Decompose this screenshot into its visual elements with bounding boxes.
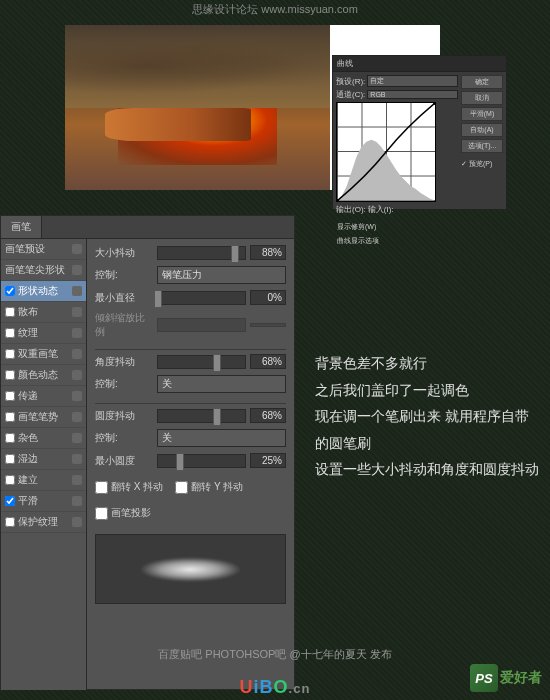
brush-option-8[interactable]: 画笔笔势 [1, 407, 86, 428]
instruction-line-1: 背景色差不多就行 [315, 350, 540, 377]
instructions-text: 背景色差不多就行 之后我们盖印了一起调色 现在调一个笔刷出来 就用程序自带的圆笔… [315, 350, 540, 483]
control2-label: 控制: [95, 377, 153, 391]
auto-button[interactable]: 自动(A) [461, 123, 503, 137]
lock-icon[interactable] [72, 391, 82, 401]
brush-option-7[interactable]: 传递 [1, 386, 86, 407]
brush-option-4[interactable]: 纹理 [1, 323, 86, 344]
lock-icon[interactable] [72, 517, 82, 527]
size-jitter-slider[interactable] [157, 246, 246, 260]
control2-select[interactable]: 关 [157, 375, 286, 393]
curves-dialog: 曲线 预设(R): 自定 通道(C): RGB [332, 55, 507, 210]
flip-x-check[interactable]: 翻转 X 抖动 [95, 480, 163, 494]
curve-display-opts[interactable]: 曲线显示选项 [337, 236, 379, 246]
input-label: 输入(I): [368, 204, 394, 215]
brush-option-2[interactable]: 形状动态 [1, 281, 86, 302]
smooth-button[interactable]: 平滑(M) [461, 107, 503, 121]
ps-logo: PS 爱好者 [470, 664, 542, 692]
lock-icon[interactable] [72, 412, 82, 422]
instruction-line-4: 设置一些大小抖动和角度和圆度抖动 [315, 456, 540, 483]
brush-preview [95, 534, 286, 604]
watermark-site: 思缘设计论坛 [192, 3, 258, 15]
show-clip[interactable]: 显示修剪(W) [337, 222, 376, 232]
brush-tabs: 画笔 [1, 216, 294, 239]
brush-option-1[interactable]: 画笔笔尖形状 [1, 260, 86, 281]
brush-panel: 画笔 画笔预设画笔笔尖形状形状动态散布纹理双重画笔颜色动态传递画笔笔势杂色湿边建… [0, 215, 295, 690]
preset-select[interactable]: 自定 [367, 75, 458, 87]
output-label: 输出(O): [336, 204, 366, 215]
brush-proj-check[interactable]: 画笔投影 [95, 506, 151, 520]
lock-icon[interactable] [72, 433, 82, 443]
min-round-value[interactable]: 25% [250, 453, 286, 468]
brush-option-13[interactable]: 保护纹理 [1, 512, 86, 533]
brush-option-9[interactable]: 杂色 [1, 428, 86, 449]
size-jitter-label: 大小抖动 [95, 246, 153, 260]
flip-y-check[interactable]: 翻转 Y 抖动 [175, 480, 243, 494]
control3-label: 控制: [95, 431, 153, 445]
curves-graph[interactable] [336, 102, 436, 202]
lock-icon[interactable] [72, 454, 82, 464]
brush-settings: 大小抖动 88% 控制: 钢笔压力 最小直径 0% 倾斜缩放比例 角度抖动 [87, 239, 294, 690]
tilt-scale-label: 倾斜缩放比例 [95, 311, 153, 339]
instruction-line-3: 现在调一个笔刷出来 就用程序自带的圆笔刷 [315, 403, 540, 456]
brush-option-3[interactable]: 散布 [1, 302, 86, 323]
lock-icon[interactable] [72, 496, 82, 506]
lock-icon[interactable] [72, 328, 82, 338]
control1-select[interactable]: 钢笔压力 [157, 266, 286, 284]
cancel-button[interactable]: 取消 [461, 91, 503, 105]
angle-jitter-slider[interactable] [157, 355, 246, 369]
brush-tab[interactable]: 画笔 [1, 216, 42, 238]
control3-select[interactable]: 关 [157, 429, 286, 447]
lock-icon[interactable] [72, 286, 82, 296]
angle-jitter-label: 角度抖动 [95, 355, 153, 369]
tilt-scale-value [250, 323, 286, 327]
min-diameter-slider[interactable] [157, 291, 246, 305]
lock-icon[interactable] [72, 307, 82, 317]
round-jitter-slider[interactable] [157, 409, 246, 423]
lock-icon[interactable] [72, 265, 82, 275]
brush-options-list: 画笔预设画笔笔尖形状形状动态散布纹理双重画笔颜色动态传递画笔笔势杂色湿边建立平滑… [1, 239, 87, 690]
footer-credit: 百度贴吧 PHOTOHSOP吧 @十七年的夏天 发布 [158, 647, 391, 662]
top-watermark: 思缘设计论坛 www.missyuan.com [192, 2, 358, 17]
round-jitter-value[interactable]: 68% [250, 408, 286, 423]
curves-title: 曲线 [333, 56, 506, 72]
ok-button[interactable]: 确定 [461, 75, 503, 89]
uibo-watermark: UiBO.cn [240, 677, 311, 698]
ps-badge: PS [470, 664, 498, 692]
options-button[interactable]: 选项(T)... [461, 139, 503, 153]
angle-jitter-value[interactable]: 68% [250, 354, 286, 369]
min-round-label: 最小圆度 [95, 454, 153, 468]
instruction-line-2: 之后我们盖印了一起调色 [315, 377, 540, 404]
preview-check[interactable]: ✓ 预览(P) [461, 159, 503, 169]
min-diameter-value[interactable]: 0% [250, 290, 286, 305]
brush-option-10[interactable]: 湿边 [1, 449, 86, 470]
min-round-slider[interactable] [157, 454, 246, 468]
brush-option-11[interactable]: 建立 [1, 470, 86, 491]
lock-icon[interactable] [72, 244, 82, 254]
lock-icon[interactable] [72, 370, 82, 380]
brush-option-0[interactable]: 画笔预设 [1, 239, 86, 260]
min-diameter-label: 最小直径 [95, 291, 153, 305]
preset-label: 预设(R): [336, 76, 365, 87]
brush-option-5[interactable]: 双重画笔 [1, 344, 86, 365]
lock-icon[interactable] [72, 475, 82, 485]
brush-option-6[interactable]: 颜色动态 [1, 365, 86, 386]
watermark-url: www.missyuan.com [261, 3, 358, 15]
ps-text: 爱好者 [500, 669, 542, 687]
control1-label: 控制: [95, 268, 153, 282]
round-jitter-label: 圆度抖动 [95, 409, 153, 423]
channel-label: 通道(C): [336, 89, 365, 100]
brush-option-12[interactable]: 平滑 [1, 491, 86, 512]
size-jitter-value[interactable]: 88% [250, 245, 286, 260]
channel-select[interactable]: RGB [367, 90, 458, 99]
tilt-scale-slider [157, 318, 246, 332]
lock-icon[interactable] [72, 349, 82, 359]
helicopter-image [65, 25, 330, 190]
